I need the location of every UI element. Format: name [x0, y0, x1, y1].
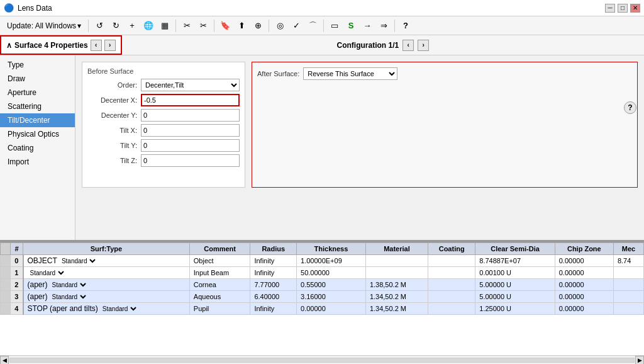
tilt-z-input[interactable]: [141, 154, 240, 167]
tilt-x-input[interactable]: [141, 124, 240, 137]
material-cell: 1.38,50.2 M: [365, 279, 428, 291]
update-dropdown[interactable]: Update: All Windows ▾: [4, 20, 84, 32]
curve-btn[interactable]: ⌒: [306, 19, 319, 33]
tilt-x-label: Tilt X:: [87, 127, 141, 134]
after-surface-select[interactable]: Reverse This Surface None Return to Prio…: [303, 67, 397, 80]
table-row: 4STOP (aper and tilts) StandardPupilInfi…: [1, 303, 644, 315]
type-dropdown[interactable]: Standard: [50, 281, 88, 289]
col-thickness: Thickness: [297, 243, 366, 255]
table-row: 1 StandardInput BeamInfinity50.000000.00…: [1, 267, 644, 279]
type-dropdown[interactable]: Standard: [50, 293, 88, 301]
surf-type-cell: Standard: [23, 267, 190, 279]
thickness-cell: 0.55000: [297, 279, 366, 291]
check-btn[interactable]: ✓: [289, 19, 303, 33]
row-arrow-cell: [1, 291, 11, 303]
sidebar-item-scattering[interactable]: Scattering: [0, 100, 75, 113]
surface-next-btn[interactable]: ›: [104, 40, 116, 51]
order-row: Order: Decenter,Tilt Tilt,Decenter: [87, 79, 240, 91]
scroll-left-btn[interactable]: ◀: [0, 356, 9, 365]
table-body: 0OBJECT StandardObjectInfinity1.00000E+0…: [1, 255, 644, 315]
thickness-cell: 0.00000: [297, 303, 366, 315]
restore-button[interactable]: □: [618, 4, 628, 13]
tilt-y-label: Tilt Y:: [87, 142, 141, 149]
row-number: 4: [11, 303, 23, 315]
target-btn[interactable]: ◎: [273, 19, 287, 33]
scroll-track[interactable]: [9, 358, 635, 363]
order-select[interactable]: Decenter,Tilt Tilt,Decenter: [141, 79, 240, 91]
order-label: Order:: [87, 81, 141, 89]
type-dropdown[interactable]: Standard: [100, 305, 138, 313]
sidebar-item-coating[interactable]: Coating: [0, 141, 75, 155]
radius-cell: 6.40000: [250, 291, 297, 303]
plus-circle-btn[interactable]: ⊕: [251, 19, 265, 33]
scroll-right-btn[interactable]: ▶: [635, 356, 644, 365]
globe-btn[interactable]: 🌐: [142, 19, 155, 33]
radius-cell: Infinity: [250, 255, 297, 267]
col-material: Material: [365, 243, 428, 255]
page-btn[interactable]: ▭: [328, 19, 341, 33]
scissors2-btn[interactable]: ✂: [196, 19, 210, 33]
decenter-y-input[interactable]: [141, 109, 240, 122]
sidebar-item-tilt-decenter[interactable]: Tilt/Decenter: [0, 113, 75, 127]
sidebar-item-type[interactable]: Type: [0, 58, 75, 72]
decenter-x-input[interactable]: [141, 94, 240, 106]
sidebar-item-import[interactable]: Import: [0, 155, 75, 169]
tilt-y-input[interactable]: [141, 139, 240, 152]
window-controls: ─ □ ✕: [605, 4, 640, 13]
minimize-button[interactable]: ─: [605, 4, 615, 13]
config-section: Configuration 1/1 ‹ ›: [122, 35, 644, 55]
comment-cell: Aqueous: [189, 291, 250, 303]
comment-cell: Object: [189, 255, 250, 267]
surf-type-cell: STOP (aper and tilts) Standard: [23, 303, 190, 315]
row-arrow-cell: [1, 279, 11, 291]
surface-up-arrow[interactable]: ∧: [6, 41, 12, 50]
tilt-z-label: Tilt Z:: [87, 157, 141, 164]
close-button[interactable]: ✕: [630, 4, 640, 13]
surface-header-bar: ∧ Surface 4 Properties ‹ › Configuration…: [0, 35, 644, 55]
comment-cell: Input Beam: [189, 267, 250, 279]
title-bar: 🔵 Lens Data ─ □ ✕: [0, 0, 644, 16]
toolbar-separator-4: [269, 20, 269, 32]
scissors-btn[interactable]: ✂: [180, 19, 194, 33]
config-next-btn[interactable]: ›: [418, 40, 429, 51]
help-button[interactable]: ?: [624, 101, 636, 114]
help-toolbar-btn[interactable]: ?: [399, 19, 413, 33]
refresh2-btn[interactable]: ↻: [109, 19, 123, 33]
mec-cell: [613, 267, 643, 279]
sidebar-item-aperture[interactable]: Aperture: [0, 86, 75, 100]
update-dropdown-arrow: ▾: [77, 21, 81, 30]
surface-tab-label: Surface 4 Properties: [14, 41, 88, 50]
type-dropdown[interactable]: Standard: [59, 257, 97, 265]
arrow-right-btn[interactable]: →: [360, 19, 374, 33]
add-btn[interactable]: +: [125, 19, 139, 33]
material-cell: 1.34,50.2 M: [365, 291, 428, 303]
surface-prev-btn[interactable]: ‹: [91, 40, 102, 51]
row-number: 0: [11, 255, 23, 267]
thickness-cell: 50.00000: [297, 267, 366, 279]
coating-cell: [428, 279, 475, 291]
before-surface-panel: Before Surface Order: Decenter,Tilt Tilt…: [82, 62, 245, 188]
horizontal-scrollbar[interactable]: ◀ ▶: [0, 355, 644, 364]
green-s-btn[interactable]: S: [344, 19, 358, 33]
grid-btn[interactable]: ▦: [158, 19, 172, 33]
config-prev-btn[interactable]: ‹: [402, 40, 414, 51]
refresh-btn[interactable]: ↺: [92, 19, 106, 33]
type-dropdown[interactable]: Standard: [28, 269, 66, 277]
surf-type-text: STOP (aper and tilts): [28, 304, 98, 313]
clear-semi-dia-cell: 5.00000 U: [475, 291, 555, 303]
col-radius: Radius: [250, 243, 297, 255]
col-clear-semi-dia: Clear Semi-Dia: [475, 243, 555, 255]
sidebar-item-physical-optics[interactable]: Physical Optics: [0, 127, 75, 141]
surf-type-text: (aper): [28, 280, 48, 289]
col-coating: Coating: [428, 243, 475, 255]
bookmark-btn[interactable]: 🔖: [218, 19, 232, 33]
thickness-cell: 1.00000E+09: [297, 255, 366, 267]
mec-cell: [613, 291, 643, 303]
clear-semi-dia-cell: 5.00000 U: [475, 279, 555, 291]
radius-cell: Infinity: [250, 267, 297, 279]
table-wrapper[interactable]: # Surf:Type Comment Radius Thickness Mat…: [0, 242, 644, 364]
arrow-up-btn[interactable]: ⬆: [235, 19, 248, 33]
arrow-right2-btn[interactable]: ⇒: [377, 19, 391, 33]
clear-semi-dia-cell: 1.25000 U: [475, 303, 555, 315]
sidebar-item-draw[interactable]: Draw: [0, 72, 75, 86]
